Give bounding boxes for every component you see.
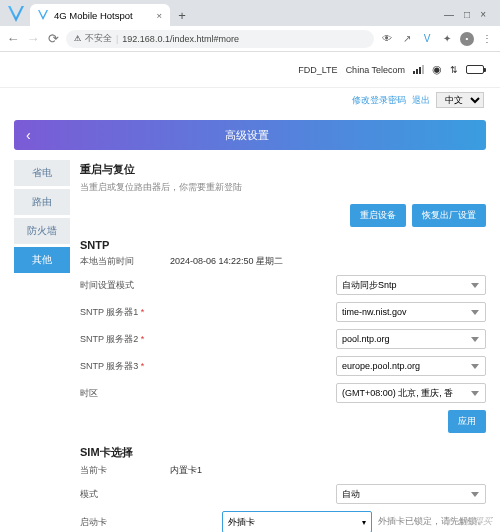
sntp-server2-label: SNTP 服务器2 * <box>80 333 170 346</box>
close-icon[interactable]: × <box>156 10 162 21</box>
watermark: 什么值得买 <box>447 515 492 528</box>
section-sim-title: SIM卡选择 <box>80 445 486 460</box>
change-password-link[interactable]: 修改登录密码 <box>352 94 406 107</box>
url-text: 192.168.0.1/index.html#more <box>122 34 239 44</box>
nav-forward-icon: → <box>26 31 40 46</box>
sntp-server2-select[interactable]: pool.ntp.org <box>336 329 486 349</box>
tab-title: 4G Mobile Hotspot <box>54 10 133 21</box>
extension-arrow-icon[interactable]: ↗ <box>400 32 414 46</box>
section-sntp-title: SNTP <box>80 239 486 251</box>
window-close[interactable]: × <box>480 9 486 20</box>
sidebar-item-power[interactable]: 省电 <box>14 160 70 186</box>
sidebar: 省电 路由 防火墙 其他 <box>14 160 70 532</box>
sntp-server3-select[interactable]: europe.pool.ntp.org <box>336 356 486 376</box>
timezone-select[interactable]: (GMT+08:00) 北京, 重庆, 香 <box>336 383 486 403</box>
apply-button[interactable]: 应用 <box>448 410 486 433</box>
sidebar-item-other[interactable]: 其他 <box>14 247 70 273</box>
updown-icon: ⇅ <box>450 65 458 75</box>
network-mode: FDD_LTE <box>298 65 337 75</box>
boot-card-label: 启动卡 <box>80 516 170 529</box>
sim-mode-label: 模式 <box>80 488 170 501</box>
browser-logo <box>8 6 24 22</box>
nav-refresh-icon[interactable]: ⟳ <box>46 31 60 46</box>
window-minimize[interactable]: — <box>444 9 454 20</box>
page-title: 高级设置 <box>39 128 456 143</box>
new-tab-button[interactable]: + <box>174 7 190 23</box>
local-time-label: 本地当前时间 <box>80 255 170 268</box>
logout-link[interactable]: 退出 <box>412 94 430 107</box>
current-card-label: 当前卡 <box>80 464 170 477</box>
sntp-server3-label: SNTP 服务器3 * <box>80 360 170 373</box>
insecure-label: 不安全 <box>85 32 112 45</box>
language-select[interactable]: 中文 <box>436 92 484 108</box>
tab-favicon <box>38 10 48 20</box>
chevron-down-icon: ▾ <box>362 518 366 527</box>
local-time-value: 2024-08-06 14:22:50 星期二 <box>170 255 486 268</box>
insecure-icon: ⚠ <box>74 34 81 43</box>
carrier-name: China Telecom <box>346 65 405 75</box>
sim-mode-select[interactable]: 自动 <box>336 484 486 504</box>
time-mode-label: 时间设置模式 <box>80 279 170 292</box>
window-maximize[interactable]: □ <box>464 9 470 20</box>
extension-puzzle-icon[interactable]: ✦ <box>440 32 454 46</box>
menu-icon[interactable]: ⋮ <box>480 32 494 46</box>
factory-reset-button[interactable]: 恢复出厂设置 <box>412 204 486 227</box>
section-reboot-subtitle: 当重启或复位路由器后，你需要重新登陆 <box>80 181 486 194</box>
current-card-value: 内置卡1 <box>170 464 486 477</box>
sidebar-item-route[interactable]: 路由 <box>14 189 70 215</box>
browser-tab[interactable]: 4G Mobile Hotspot × <box>30 4 170 26</box>
time-mode-select[interactable]: 自动同步Sntp <box>336 275 486 295</box>
nav-back-icon[interactable]: ← <box>6 31 20 46</box>
timezone-label: 时区 <box>80 387 170 400</box>
back-icon[interactable]: ‹ <box>26 127 31 143</box>
battery-icon <box>466 65 484 74</box>
wifi-icon: ◉ <box>432 63 442 76</box>
extension-eye-icon[interactable]: 👁 <box>380 32 394 46</box>
profile-icon[interactable]: • <box>460 32 474 46</box>
section-reboot-title: 重启与复位 <box>80 162 486 177</box>
boot-card-select[interactable]: 外插卡▾ 外插卡 内置卡1 内置卡2 <box>222 511 372 532</box>
reboot-button[interactable]: 重启设备 <box>350 204 406 227</box>
sntp-server1-label: SNTP 服务器1 * <box>80 306 170 319</box>
sidebar-item-firewall[interactable]: 防火墙 <box>14 218 70 244</box>
signal-icon <box>413 65 424 74</box>
sntp-server1-select[interactable]: time-nw.nist.gov <box>336 302 486 322</box>
address-bar[interactable]: ⚠ 不安全 | 192.168.0.1/index.html#more <box>66 30 374 48</box>
extension-v-icon[interactable]: V <box>420 32 434 46</box>
page-header: ‹ 高级设置 <box>14 120 486 150</box>
